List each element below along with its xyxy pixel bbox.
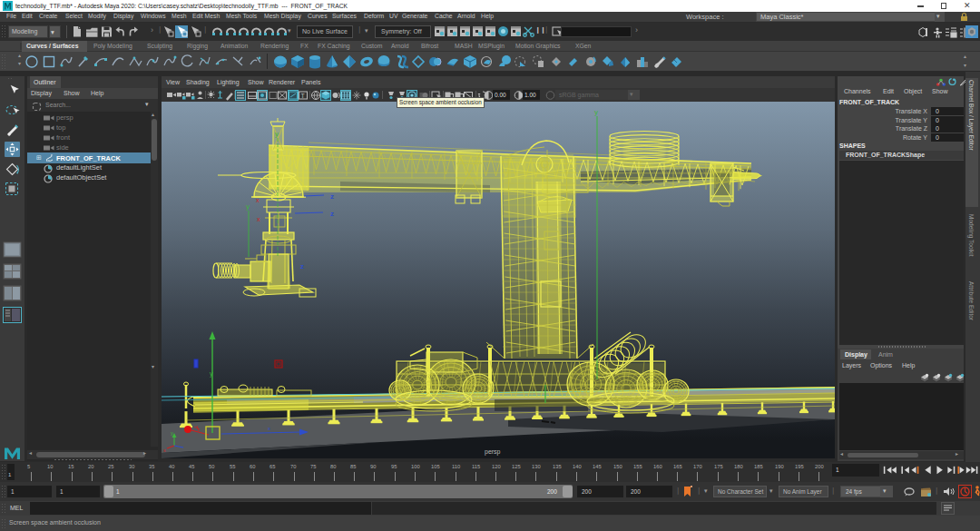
svg-text:y: y bbox=[246, 202, 250, 211]
svg-text:x: x bbox=[268, 426, 270, 431]
svg-text:y: y bbox=[210, 370, 213, 378]
svg-text:x: x bbox=[257, 216, 260, 222]
svg-text:y: y bbox=[594, 108, 598, 116]
svg-text:z: z bbox=[300, 262, 304, 270]
svg-text:x: x bbox=[163, 447, 166, 453]
svg-text:x: x bbox=[256, 197, 260, 203]
svg-text:y: y bbox=[275, 130, 279, 138]
svg-text:z: z bbox=[330, 192, 334, 201]
svg-text:T: T bbox=[301, 93, 306, 99]
svg-text:y: y bbox=[171, 430, 173, 436]
svg-text:z: z bbox=[330, 210, 334, 218]
